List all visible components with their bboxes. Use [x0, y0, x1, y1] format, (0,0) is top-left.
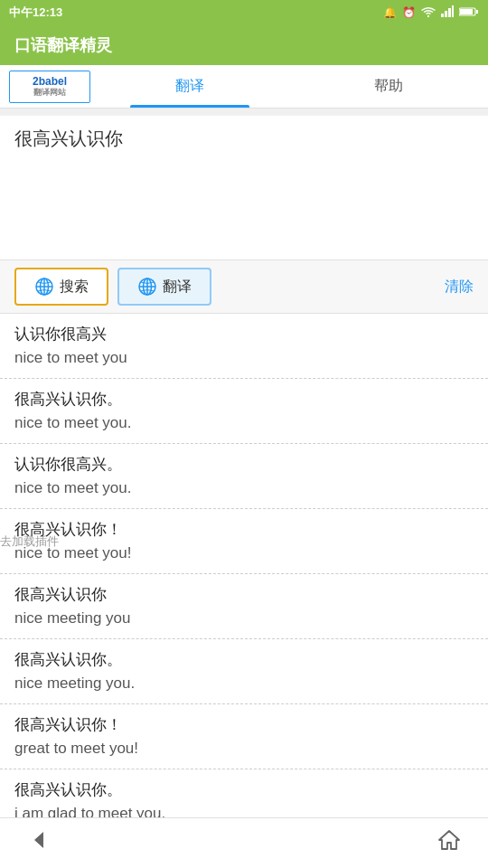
tab-logo[interactable]: 2babel 翻译网站	[9, 71, 90, 103]
result-english-1: nice to meet you.	[14, 411, 474, 435]
globe-search-icon	[34, 277, 54, 297]
result-item-5: 很高兴认识你。 nice meeting you.	[0, 639, 488, 704]
results-area: 认识你很高兴 nice to meet you 很高兴认识你。 nice to …	[0, 314, 488, 834]
status-icons: 🔔 ⏰	[383, 5, 479, 21]
search-button[interactable]: 搜索	[14, 268, 108, 306]
app-title: 口语翻译精灵	[14, 34, 112, 56]
result-chinese-6: 很高兴认识你！	[14, 713, 474, 737]
translate-button[interactable]: 翻译	[117, 268, 211, 306]
battery-icon	[459, 6, 479, 20]
tab-translate[interactable]: 翻译	[90, 65, 289, 108]
result-chinese-1: 很高兴认识你。	[14, 388, 474, 411]
clear-button[interactable]: 清除	[445, 278, 474, 297]
svg-rect-2	[448, 8, 451, 17]
result-english-5: nice meeting you.	[14, 672, 474, 695]
status-bar: 中午12:13 🔔 ⏰	[0, 0, 488, 25]
svg-rect-6	[476, 10, 478, 14]
result-chinese-5: 很高兴认识你。	[14, 648, 474, 672]
tab-help[interactable]: 帮助	[289, 65, 488, 108]
home-button[interactable]	[437, 828, 461, 858]
svg-rect-3	[452, 5, 454, 17]
result-english-3: nice to meet you!	[14, 542, 474, 565]
result-item-3: 去加载插件 很高兴认识你！ nice to meet you!	[0, 509, 488, 574]
bottom-nav	[0, 817, 488, 868]
tab-bar: 2babel 翻译网站 翻译 帮助	[0, 65, 488, 108]
result-english-2: nice to meet you.	[14, 476, 474, 500]
result-chinese-2: 认识你很高兴。	[14, 453, 474, 476]
bell-icon: 🔔	[383, 6, 397, 19]
svg-marker-16	[439, 831, 459, 849]
result-chinese-3: 很高兴认识你！	[14, 518, 474, 542]
translation-input[interactable]: 很高兴认识你	[14, 127, 474, 244]
result-english-6: great to meet you!	[14, 737, 474, 760]
action-bar: 搜索 翻译 清除	[0, 260, 488, 314]
svg-rect-1	[445, 11, 447, 17]
input-area: 很高兴认识你	[0, 116, 488, 260]
result-chinese-4: 很高兴认识你	[14, 583, 474, 607]
svg-rect-0	[441, 14, 444, 17]
svg-rect-5	[460, 9, 473, 14]
back-button[interactable]	[27, 828, 51, 858]
svg-marker-15	[34, 832, 43, 848]
title-bar: 口语翻译精灵	[0, 25, 488, 65]
globe-translate-icon	[137, 277, 157, 297]
translate-label: 翻译	[163, 278, 192, 297]
result-chinese-0: 认识你很高兴	[14, 323, 474, 346]
result-english-4: nice meeting you	[14, 607, 474, 630]
result-item-1: 很高兴认识你。 nice to meet you.	[0, 379, 488, 444]
result-chinese-7: 很高兴认识你。	[14, 778, 474, 802]
result-item-0: 认识你很高兴 nice to meet you	[0, 314, 488, 379]
status-time: 中午12:13	[9, 5, 62, 21]
alarm-icon: ⏰	[402, 6, 416, 19]
result-english-0: nice to meet you	[14, 346, 474, 370]
action-buttons: 搜索 翻译	[14, 268, 211, 306]
result-item-2: 认识你很高兴。 nice to meet you.	[0, 444, 488, 509]
result-item-6: 很高兴认识你！ great to meet you!	[0, 704, 488, 769]
result-item-4: 很高兴认识你 nice meeting you	[0, 574, 488, 639]
signal-icon	[441, 5, 454, 20]
search-label: 搜索	[60, 278, 89, 297]
wifi-icon	[421, 5, 436, 21]
